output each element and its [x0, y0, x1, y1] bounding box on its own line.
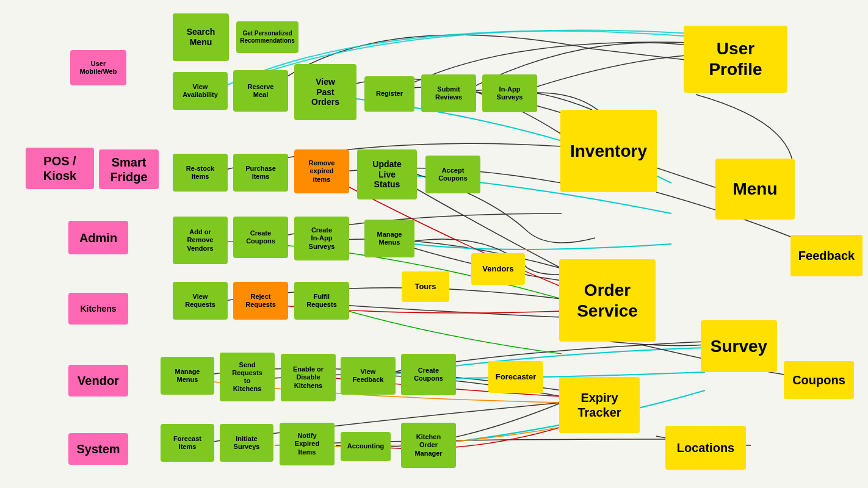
actor-user[interactable]: UserMobile/Web — [70, 50, 126, 85]
action-reserve-meal[interactable]: ReserveMeal — [233, 70, 288, 112]
action-accounting[interactable]: Accounting — [341, 432, 391, 461]
action-kitchen-order-manager[interactable]: KitchenOrderManager — [401, 423, 456, 468]
action-search-menu[interactable]: SearchMenu — [173, 13, 229, 61]
action-view-requests[interactable]: ViewRequests — [173, 282, 228, 320]
action-remove-expired[interactable]: Removeexpireditems — [294, 149, 349, 193]
action-create-coupons-vendor[interactable]: CreateCoupons — [401, 354, 456, 395]
action-restock-items[interactable]: Re-stockItems — [173, 154, 228, 192]
action-in-app-surveys[interactable]: In-AppSurveys — [482, 74, 537, 112]
service-user-profile[interactable]: UserProfile — [684, 26, 787, 93]
action-get-personalized[interactable]: Get PersonalizedRecommendations — [236, 21, 298, 53]
action-accept-coupons[interactable]: AcceptCoupons — [425, 156, 480, 193]
action-view-availability[interactable]: ViewAvailability — [173, 72, 228, 110]
service-locations[interactable]: Locations — [665, 426, 746, 470]
service-feedback[interactable]: Feedback — [790, 235, 863, 276]
service-expiry-tracker[interactable]: ExpiryTracker — [559, 377, 640, 433]
service-order-service[interactable]: OrderService — [559, 259, 656, 342]
diagram-container: UserMobile/Web POS /Kiosk SmartFridge Ad… — [0, 0, 868, 488]
action-send-requests-kitchens[interactable]: SendRequeststoKitchens — [220, 353, 275, 401]
action-enable-disable-kitchens[interactable]: Enable orDisableKitchens — [281, 354, 336, 401]
action-reject-requests[interactable]: RejectRequests — [233, 282, 288, 320]
action-create-coupons-admin[interactable]: CreateCoupons — [233, 217, 288, 258]
service-survey[interactable]: Survey — [701, 320, 777, 372]
action-initiate-surveys[interactable]: InitiateSurveys — [220, 424, 273, 462]
service-inventory[interactable]: Inventory — [560, 110, 657, 192]
actor-system[interactable]: System — [68, 433, 128, 465]
actor-admin[interactable]: Admin — [68, 221, 128, 254]
action-manage-menus-admin[interactable]: ManageMenus — [364, 220, 414, 257]
actor-vendor[interactable]: Vendor — [68, 365, 128, 396]
service-menu[interactable]: Menu — [715, 159, 795, 220]
actor-kitchens[interactable]: Kitchens — [68, 293, 128, 325]
action-update-live-status[interactable]: UpdateLiveStatus — [357, 149, 417, 199]
action-forecast-items[interactable]: ForecastItems — [161, 424, 214, 462]
action-manage-menus-vendor[interactable]: ManageMenus — [161, 357, 214, 395]
action-view-feedback[interactable]: ViewFeedback — [341, 357, 396, 395]
action-fulfil-requests[interactable]: FulfilRequests — [294, 282, 349, 320]
action-register[interactable]: Register — [364, 76, 414, 112]
actor-pos-kiosk[interactable]: POS /Kiosk — [26, 148, 94, 189]
actor-smart-fridge[interactable]: SmartFridge — [99, 149, 159, 189]
service-vendors[interactable]: Vendors — [471, 253, 525, 285]
action-submit-reviews[interactable]: SubmitReviews — [421, 74, 476, 112]
service-forecaster[interactable]: Forecaster — [488, 361, 543, 393]
service-tours[interactable]: Tours — [402, 271, 449, 302]
action-notify-expired[interactable]: NotifyExpiredItems — [280, 423, 335, 465]
service-coupons[interactable]: Coupons — [784, 361, 854, 399]
action-add-remove-vendors[interactable]: Add orRemoveVendors — [173, 217, 228, 264]
action-purchase-items[interactable]: PurchaseItems — [233, 154, 288, 192]
action-create-inapp-surveys[interactable]: CreateIn-AppSurveys — [294, 217, 349, 260]
action-view-past-orders[interactable]: ViewPastOrders — [294, 64, 356, 120]
